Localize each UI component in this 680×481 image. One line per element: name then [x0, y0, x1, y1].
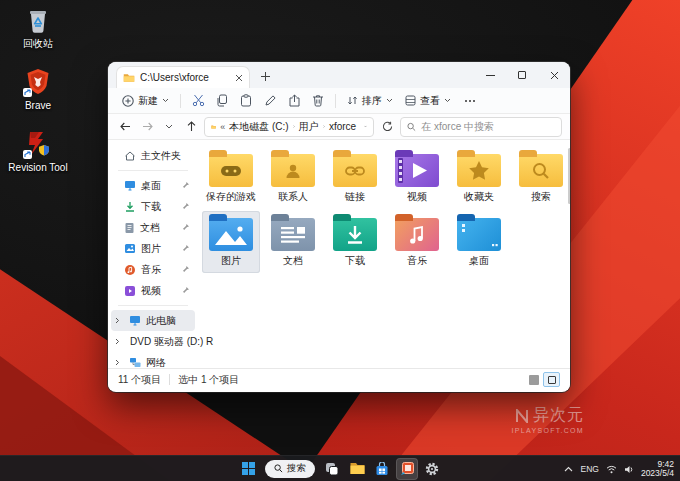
- file-list-area: 保存的游戏 联系人: [198, 140, 570, 368]
- microsoft-store-button[interactable]: [371, 458, 393, 480]
- clock[interactable]: 9:42 2023/5/4: [641, 460, 674, 479]
- explorer-tab[interactable]: C:\Users\xforce: [116, 66, 250, 88]
- file-tile-pictures[interactable]: 图片: [202, 211, 260, 273]
- tab-close-icon[interactable]: [235, 74, 243, 82]
- sidebar-item-label: 主文件夹: [141, 149, 181, 163]
- status-separator: [169, 374, 170, 385]
- desktop-icon-brave[interactable]: Brave: [6, 66, 70, 111]
- back-button[interactable]: [116, 117, 134, 137]
- file-tile-saved-games[interactable]: 保存的游戏: [202, 147, 260, 209]
- download-icon: [124, 201, 136, 213]
- share-button[interactable]: [282, 90, 306, 112]
- file-tile-links[interactable]: 链接: [326, 147, 384, 209]
- recent-locations-button[interactable]: [160, 117, 178, 137]
- copy-icon: [216, 94, 228, 107]
- taskbar-search[interactable]: 搜索: [265, 460, 315, 478]
- sort-button[interactable]: 排序: [341, 90, 399, 112]
- chevron-right-icon[interactable]: [115, 338, 120, 345]
- rename-button[interactable]: [258, 90, 282, 112]
- new-tab-button[interactable]: [258, 69, 272, 83]
- music-folder-icon: [395, 218, 439, 251]
- cut-button[interactable]: [186, 90, 210, 112]
- minimize-icon: [486, 75, 495, 76]
- maximize-button[interactable]: [506, 62, 538, 88]
- breadcrumb[interactable]: « 本地磁盘 (C:) 用户 xforce: [204, 117, 374, 137]
- desktop-icon-recycle-bin[interactable]: 回收站: [6, 4, 70, 49]
- items-count: 11 个项目: [118, 373, 161, 387]
- settings-button[interactable]: [421, 458, 443, 480]
- task-view-button[interactable]: [321, 458, 343, 480]
- large-icons-view-toggle[interactable]: [543, 372, 560, 387]
- cut-icon: [192, 94, 205, 107]
- start-button[interactable]: [237, 458, 259, 480]
- search-icon: [274, 464, 283, 473]
- sidebar-item-label: 视频: [141, 284, 161, 298]
- copy-button[interactable]: [210, 90, 234, 112]
- vertical-scrollbar[interactable]: [568, 148, 570, 204]
- file-explorer-icon: [350, 462, 365, 475]
- sidebar-item-home[interactable]: 主文件夹: [111, 145, 195, 166]
- refresh-button[interactable]: [378, 117, 396, 137]
- chevron-right-icon[interactable]: [115, 317, 124, 324]
- paste-icon: [240, 94, 252, 107]
- breadcrumb-item-xforce[interactable]: xforce: [329, 121, 356, 132]
- search-icon: [407, 122, 416, 132]
- breadcrumb-item-drive[interactable]: 本地磁盘 (C:): [229, 120, 288, 134]
- taskbar: 搜索: [0, 455, 680, 481]
- forward-arrow-icon: [142, 122, 153, 131]
- pin-icon: [182, 286, 190, 294]
- sidebar-item-music[interactable]: 音乐: [111, 259, 195, 280]
- watermark-name: 异次元: [533, 405, 584, 426]
- file-explorer-taskbar-button[interactable]: [346, 458, 368, 480]
- active-app-button[interactable]: [396, 458, 418, 480]
- volume-icon[interactable]: [624, 465, 634, 474]
- details-view-toggle[interactable]: [529, 375, 539, 385]
- view-button[interactable]: 查看: [399, 90, 457, 112]
- minimize-button[interactable]: [474, 62, 506, 88]
- sidebar-item-videos[interactable]: 视频: [111, 280, 195, 301]
- desktop-icon-column: 回收站 Brave: [6, 4, 70, 190]
- new-button[interactable]: 新建: [116, 90, 175, 112]
- sidebar-item-desktop[interactable]: 桌面: [111, 175, 195, 196]
- refresh-icon: [382, 121, 393, 132]
- input-language-indicator[interactable]: ENG: [580, 464, 598, 474]
- sidebar-item-downloads[interactable]: 下载: [111, 196, 195, 217]
- sidebar-item-this-pc[interactable]: 此电脑: [111, 310, 195, 331]
- desktop-icon-revision-tool[interactable]: Revision Tool: [6, 128, 70, 173]
- chevron-down-icon[interactable]: [364, 124, 367, 129]
- close-button[interactable]: [538, 62, 570, 88]
- saved-games-folder-icon: [209, 154, 253, 187]
- microsoft-store-icon: [375, 462, 389, 476]
- delete-button[interactable]: [306, 90, 330, 112]
- tray-chevron-up-icon[interactable]: [564, 466, 573, 472]
- paste-button[interactable]: [234, 90, 258, 112]
- file-tile-desktop[interactable]: 桌面: [450, 211, 508, 273]
- breadcrumb-overflow[interactable]: «: [220, 122, 225, 132]
- file-tile-contacts[interactable]: 联系人: [264, 147, 322, 209]
- file-tile-downloads[interactable]: 下载: [326, 211, 384, 273]
- new-button-label: 新建: [138, 94, 158, 108]
- up-button[interactable]: [182, 117, 200, 137]
- home-icon: [124, 150, 136, 162]
- rename-icon: [264, 94, 277, 107]
- file-tile-music[interactable]: 音乐: [388, 211, 446, 273]
- breadcrumb-item-users[interactable]: 用户: [299, 120, 319, 134]
- file-tile-videos[interactable]: 视频: [388, 147, 446, 209]
- file-tile-favorites[interactable]: 收藏夹: [450, 147, 508, 209]
- file-tile-searches[interactable]: 搜索: [512, 147, 570, 209]
- tray-date: 2023/5/4: [641, 469, 674, 479]
- chevron-right-icon[interactable]: [115, 359, 124, 366]
- sidebar-item-dvd-drive[interactable]: DVD 驱动器 (D:) R: [111, 331, 195, 352]
- searches-folder-icon: [519, 154, 563, 187]
- sidebar-item-pictures[interactable]: 图片: [111, 238, 195, 259]
- network-status-icon[interactable]: [606, 465, 617, 474]
- chevron-down-icon: [165, 124, 173, 129]
- forward-button[interactable]: [138, 117, 156, 137]
- search-input[interactable]: [421, 121, 555, 132]
- more-options-button[interactable]: [457, 100, 483, 102]
- file-label: 音乐: [407, 254, 427, 268]
- sidebar-item-documents[interactable]: 文档: [111, 217, 195, 238]
- gear-icon: [425, 462, 439, 476]
- sidebar-item-network[interactable]: 网络: [111, 352, 195, 373]
- file-tile-documents[interactable]: 文档: [264, 211, 322, 273]
